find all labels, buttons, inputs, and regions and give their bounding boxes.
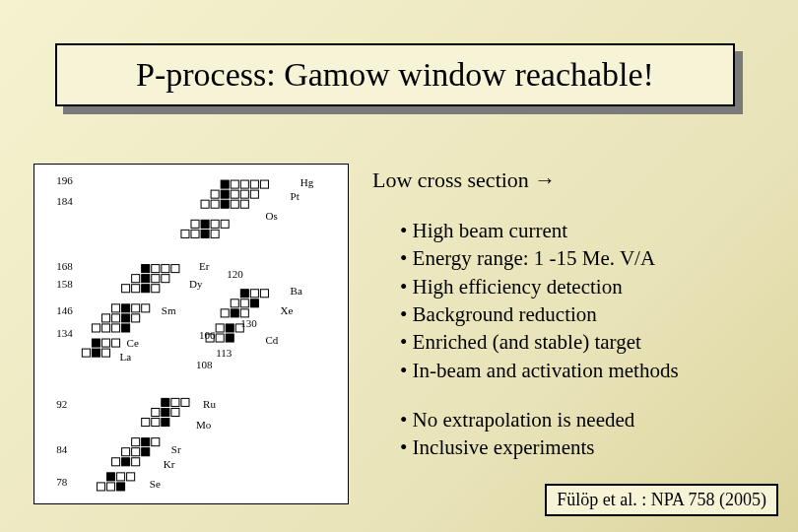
svg-text:92: 92 bbox=[56, 398, 67, 410]
svg-text:Cd: Cd bbox=[265, 334, 278, 346]
svg-text:Ce: Ce bbox=[127, 337, 139, 349]
svg-text:Sr: Sr bbox=[171, 443, 181, 455]
svg-text:Os: Os bbox=[265, 210, 277, 222]
svg-rect-14 bbox=[240, 200, 248, 208]
svg-rect-38 bbox=[142, 304, 150, 312]
svg-text:146: 146 bbox=[56, 304, 73, 316]
svg-rect-23 bbox=[142, 265, 150, 273]
nuclide-chart: 196Hg 184Pt Os 168Er 158Dy 146Sm 134 Ce … bbox=[33, 164, 349, 504]
svg-rect-50 bbox=[82, 349, 90, 357]
svg-rect-29 bbox=[152, 275, 160, 283]
svg-rect-81 bbox=[132, 448, 140, 456]
svg-rect-74 bbox=[142, 419, 150, 427]
svg-rect-15 bbox=[191, 220, 199, 228]
svg-rect-40 bbox=[112, 314, 120, 322]
svg-rect-13 bbox=[231, 200, 238, 208]
svg-rect-7 bbox=[231, 190, 238, 198]
svg-rect-26 bbox=[171, 265, 179, 273]
svg-rect-5 bbox=[211, 190, 219, 198]
svg-rect-79 bbox=[152, 438, 160, 446]
svg-rect-35 bbox=[112, 304, 120, 312]
bullet-list-primary: High beam current Energy range: 1 -15 Me… bbox=[372, 217, 786, 384]
svg-rect-82 bbox=[142, 448, 150, 456]
svg-rect-27 bbox=[132, 275, 140, 283]
svg-rect-39 bbox=[101, 314, 109, 322]
list-item: High beam current bbox=[400, 217, 786, 244]
svg-text:113: 113 bbox=[216, 347, 233, 359]
svg-rect-51 bbox=[92, 349, 100, 357]
svg-rect-2 bbox=[240, 180, 248, 188]
svg-rect-49 bbox=[112, 339, 120, 347]
svg-rect-9 bbox=[250, 190, 258, 198]
svg-rect-48 bbox=[101, 339, 109, 347]
svg-rect-80 bbox=[122, 448, 130, 456]
svg-text:Xe: Xe bbox=[281, 304, 294, 316]
svg-text:Er: Er bbox=[199, 260, 210, 272]
svg-rect-43 bbox=[92, 324, 100, 332]
svg-text:158: 158 bbox=[56, 278, 73, 290]
svg-text:La: La bbox=[120, 351, 132, 363]
bullet-list-secondary: No extrapolation is needed Inclusive exp… bbox=[372, 406, 786, 462]
svg-rect-30 bbox=[162, 275, 169, 283]
svg-text:120: 120 bbox=[227, 268, 243, 280]
list-item: Enriched (and stable) target bbox=[400, 328, 786, 356]
svg-text:Pt: Pt bbox=[291, 190, 299, 202]
svg-rect-76 bbox=[162, 419, 169, 427]
svg-text:84: 84 bbox=[56, 443, 68, 455]
svg-text:184: 184 bbox=[56, 195, 73, 207]
svg-rect-41 bbox=[122, 314, 130, 322]
svg-rect-45 bbox=[112, 324, 120, 332]
content-column: Low cross section → High beam current En… bbox=[372, 167, 786, 484]
svg-rect-11 bbox=[211, 200, 219, 208]
svg-rect-6 bbox=[221, 190, 229, 198]
svg-rect-3 bbox=[250, 180, 258, 188]
svg-rect-69 bbox=[171, 398, 179, 406]
svg-text:78: 78 bbox=[56, 476, 68, 488]
svg-rect-25 bbox=[162, 265, 169, 273]
svg-text:Kr: Kr bbox=[164, 458, 175, 470]
svg-rect-68 bbox=[162, 398, 169, 406]
svg-rect-46 bbox=[122, 324, 130, 332]
svg-rect-91 bbox=[117, 483, 125, 491]
svg-rect-85 bbox=[132, 458, 140, 466]
slide-title: P-process: Gamow window reachable! bbox=[136, 56, 654, 94]
svg-rect-1 bbox=[231, 180, 238, 188]
svg-rect-53 bbox=[240, 290, 248, 298]
svg-rect-36 bbox=[122, 304, 130, 312]
list-item: High efficiency detection bbox=[400, 273, 786, 300]
svg-rect-71 bbox=[152, 408, 160, 416]
svg-rect-28 bbox=[142, 275, 150, 283]
svg-rect-87 bbox=[117, 473, 125, 481]
svg-text:Se: Se bbox=[150, 478, 161, 490]
svg-rect-83 bbox=[112, 458, 120, 466]
svg-rect-56 bbox=[231, 299, 238, 307]
list-item: No extrapolation is needed bbox=[400, 406, 786, 433]
svg-rect-16 bbox=[201, 220, 209, 228]
svg-rect-60 bbox=[231, 309, 238, 317]
svg-rect-57 bbox=[240, 299, 248, 307]
svg-rect-37 bbox=[132, 304, 140, 312]
svg-rect-73 bbox=[171, 408, 179, 416]
svg-rect-70 bbox=[181, 398, 189, 406]
svg-text:Hg: Hg bbox=[300, 176, 314, 188]
reference-text: Fülöp et al. : NPA 758 (2005) bbox=[557, 490, 766, 509]
svg-rect-90 bbox=[106, 483, 114, 491]
subheading: Low cross section → bbox=[372, 167, 786, 193]
svg-rect-52 bbox=[101, 349, 109, 357]
svg-rect-58 bbox=[250, 299, 258, 307]
svg-rect-63 bbox=[226, 324, 233, 332]
svg-rect-18 bbox=[221, 220, 229, 228]
svg-text:Ru: Ru bbox=[203, 398, 216, 410]
svg-rect-77 bbox=[132, 438, 140, 446]
svg-rect-22 bbox=[211, 230, 219, 237]
svg-rect-72 bbox=[162, 408, 169, 416]
svg-rect-42 bbox=[132, 314, 140, 322]
svg-rect-12 bbox=[221, 200, 229, 208]
svg-rect-88 bbox=[127, 473, 135, 481]
svg-rect-33 bbox=[142, 285, 150, 293]
svg-rect-8 bbox=[240, 190, 248, 198]
title-box: P-process: Gamow window reachable! bbox=[55, 43, 735, 106]
svg-rect-55 bbox=[260, 290, 268, 298]
svg-rect-78 bbox=[142, 438, 150, 446]
svg-rect-34 bbox=[152, 285, 160, 293]
